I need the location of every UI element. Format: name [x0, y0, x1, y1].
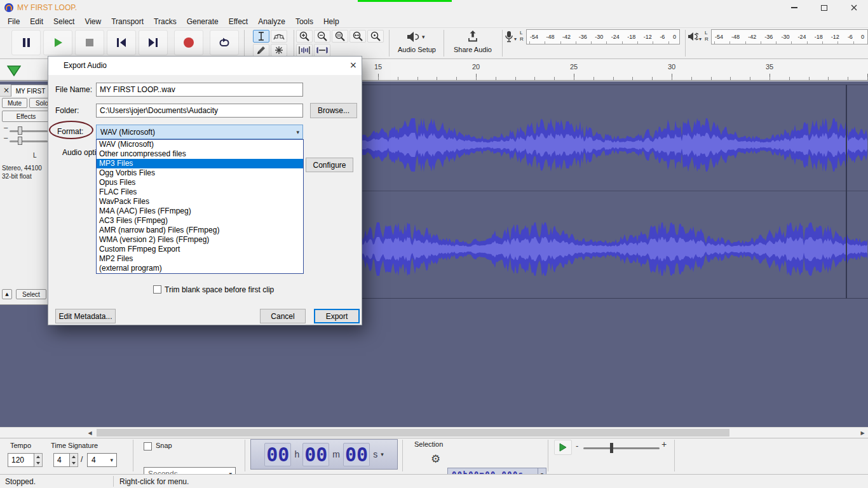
time-signature-lower-select[interactable]: 4▾ [87, 453, 117, 467]
time-signature-upper-spinner[interactable] [70, 453, 78, 467]
menu-analyze[interactable]: Analyze [253, 15, 290, 28]
selection-settings-gear-icon[interactable]: ⚙ [431, 452, 440, 465]
tempo-input[interactable] [8, 453, 34, 467]
time-minutes[interactable]: 00 [302, 443, 329, 466]
menu-view[interactable]: View [79, 15, 106, 28]
play-at-speed-button[interactable] [554, 440, 572, 455]
gain-slider-thumb[interactable] [18, 126, 22, 135]
menu-help[interactable]: Help [318, 15, 344, 28]
stop-button[interactable] [75, 30, 104, 55]
toolbar-separator [502, 30, 503, 57]
time-signature-upper-input[interactable] [53, 453, 70, 467]
scroll-left-arrow[interactable]: ◀ [85, 428, 95, 438]
recording-meter-scale[interactable]: -54-48-42-36-30-24-18-12-60 [526, 29, 680, 44]
zoom-toggle-button[interactable] [367, 30, 384, 43]
format-option[interactable]: FLAC Files [97, 187, 303, 197]
recording-meter[interactable]: ▾ L R -54-48-42-36-30-24-18-12-60 [505, 28, 682, 46]
gain-slider-track[interactable] [10, 130, 48, 132]
format-option[interactable]: Custom FFmpeg Export [97, 245, 303, 254]
format-option[interactable]: MP2 Files [97, 254, 303, 264]
format-option[interactable]: M4A (AAC) Files (FFmpeg) [97, 207, 303, 216]
dialog-close-icon[interactable]: × [349, 60, 357, 70]
format-option[interactable]: WavPack Files [97, 197, 303, 207]
scroll-right-arrow[interactable]: ▶ [857, 428, 868, 438]
speed-slider-thumb[interactable] [610, 443, 613, 453]
time-seconds[interactable]: 00 [343, 443, 370, 466]
maximize-button[interactable] [810, 0, 838, 15]
edit-metadata-button[interactable]: Edit Metadata... [55, 309, 116, 323]
multi-tool-button[interactable] [271, 44, 287, 57]
menu-edit[interactable]: Edit [25, 15, 48, 28]
export-button[interactable]: Export [314, 309, 360, 323]
track-close-icon[interactable]: × [3, 86, 10, 95]
file-name-input[interactable] [96, 83, 303, 97]
effects-button[interactable]: Effects [2, 111, 50, 122]
format-option[interactable]: Opus Files [97, 178, 303, 187]
fit-selection-button[interactable] [332, 30, 348, 43]
format-option-selected[interactable]: MP3 Files [97, 159, 303, 168]
tempo-spinner[interactable] [34, 453, 43, 467]
trim-blank-space-checkbox[interactable] [153, 285, 161, 294]
zoom-out-button[interactable] [314, 30, 330, 43]
db-label: -54 [530, 34, 538, 40]
playback-meter-scale[interactable]: -54-48-42-36-30-24-18-12-60 [711, 29, 868, 44]
menu-file[interactable]: File [3, 15, 25, 28]
draw-tool-button[interactable] [253, 44, 269, 57]
speed-slider-track[interactable] [583, 447, 660, 449]
zoom-in-button[interactable] [296, 30, 313, 43]
snap-label: Snap [156, 442, 172, 449]
toolbar-separator [548, 440, 548, 471]
speaker-icon [405, 30, 419, 44]
pan-slider-thumb[interactable] [18, 137, 22, 145]
format-option[interactable]: WAV (Microsoft) [97, 140, 303, 149]
skip-to-end-button[interactable] [139, 30, 168, 55]
pause-button[interactable] [11, 30, 41, 55]
format-select[interactable]: WAV (Microsoft) ▾ [96, 125, 303, 139]
folder-input[interactable] [96, 104, 303, 118]
trim-audio-button[interactable] [296, 44, 313, 57]
scrollbar-thumb[interactable] [97, 429, 729, 437]
selection-tool-button[interactable] [253, 30, 269, 43]
menu-effect[interactable]: Effect [224, 15, 253, 28]
track-name-tab[interactable]: MY FIRST [11, 85, 50, 97]
playback-meter[interactable]: ▾ L R -54-48-42-36-30-24-18-12-60 [688, 28, 868, 46]
mute-button[interactable]: Mute [2, 98, 27, 108]
select-track-button[interactable]: Select [16, 289, 46, 299]
pan-slider-track[interactable] [10, 140, 48, 142]
menu-tools[interactable]: Tools [290, 15, 318, 28]
menu-generate[interactable]: Generate [182, 15, 224, 28]
browse-button[interactable]: Browse... [310, 103, 357, 118]
chevron-down-icon[interactable]: ▾ [381, 451, 384, 458]
fit-project-button[interactable] [349, 30, 366, 43]
minimize-button[interactable] [780, 0, 808, 15]
configure-button[interactable]: Configure [306, 158, 353, 172]
collapse-track-button[interactable]: ▲ [2, 289, 12, 299]
share-audio-button[interactable]: Share Audio [446, 29, 499, 58]
audio-setup-button[interactable]: ▾ Audio Setup [391, 29, 442, 58]
format-option[interactable]: AMR (narrow band) Files (FFmpeg) [97, 226, 303, 235]
dialog-title-bar[interactable]: Export Audio × [48, 57, 362, 75]
format-option[interactable]: AC3 Files (FFmpeg) [97, 216, 303, 226]
silence-audio-button[interactable] [314, 44, 330, 57]
format-option[interactable]: (external program) [97, 264, 303, 273]
horizontal-scrollbar[interactable]: ◀ ▶ [0, 427, 868, 438]
play-button[interactable] [43, 30, 72, 55]
skip-to-start-button[interactable] [107, 30, 136, 55]
menu-select[interactable]: Select [48, 15, 79, 28]
clip-boundary[interactable] [846, 85, 847, 299]
format-option[interactable]: WMA (version 2) Files (FFmpeg) [97, 235, 303, 245]
timeline-pin-icon[interactable] [7, 65, 21, 76]
cancel-button[interactable]: Cancel [260, 309, 306, 323]
envelope-tool-button[interactable] [271, 30, 287, 43]
share-upload-icon [466, 30, 479, 44]
snap-checkbox[interactable] [144, 442, 152, 451]
loop-button[interactable] [210, 30, 239, 55]
audio-position-display[interactable]: 00 h 00 m 00 s ▾ [250, 439, 398, 470]
format-option[interactable]: Other uncompressed files [97, 149, 303, 159]
menu-transport[interactable]: Transport [106, 15, 149, 28]
format-option[interactable]: Ogg Vorbis Files [97, 168, 303, 178]
record-button[interactable] [174, 30, 203, 55]
menu-tracks[interactable]: Tracks [149, 15, 182, 28]
close-button[interactable] [839, 0, 868, 15]
time-hours[interactable]: 00 [264, 443, 291, 466]
